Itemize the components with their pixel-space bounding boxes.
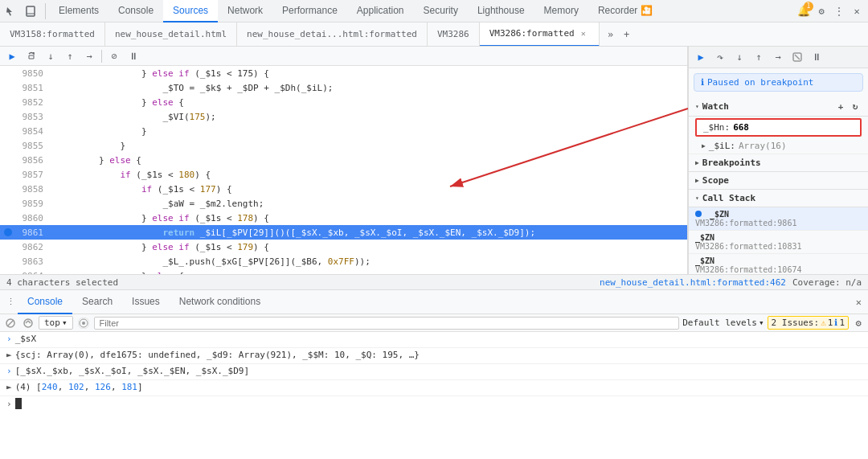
code-line: 9858 if (_$1s < 177) { [0, 182, 687, 196]
step-into-btn[interactable]: ↓ [731, 48, 748, 66]
step-over-button[interactable] [23, 47, 40, 65]
file-tab-label: new_house_detail.html [115, 29, 227, 39]
console-filter-input[interactable] [94, 317, 680, 330]
cs-file-location: VM3286:formatted:10831 [695, 242, 862, 251]
watch-item-il[interactable]: ▶ _$iL: Array(16) [689, 138, 868, 154]
settings-icon[interactable]: ⚙ [813, 3, 829, 19]
watch-triangle: ▾ [695, 103, 699, 110]
more-tabs-icon[interactable]: » [603, 27, 619, 43]
deactivate-btn[interactable] [788, 48, 806, 66]
resume-button[interactable]: ▶ [3, 47, 21, 65]
file-location-link[interactable]: new_house_detail.html:formatted:462 [600, 277, 786, 288]
tab-network[interactable]: Network [218, 0, 272, 23]
file-tab-vm3286[interactable]: VM3286 [428, 23, 480, 47]
call-stack-item[interactable]: _$ZN VM3286:formatted:10831 [689, 231, 868, 254]
console-expand-arrow[interactable]: ► [6, 350, 12, 360]
issues-badge[interactable]: 2 Issues: ⚠ 1 ℹ 1 [768, 316, 849, 330]
scope-triangle: ▶ [695, 177, 699, 184]
pause-exceptions-button[interactable]: ⏸ [125, 47, 142, 65]
watch-section-header[interactable]: ▾ Watch + ↻ [689, 96, 868, 117]
pause-message: Paused on breakpoint [707, 77, 813, 88]
tab-performance[interactable]: Performance [272, 0, 347, 23]
line-content[interactable]: } [53, 126, 687, 137]
bottom-tab-search[interactable]: Search [72, 290, 122, 314]
step-button[interactable]: → [80, 47, 98, 65]
step-over-btn[interactable]: ↷ [711, 48, 729, 66]
log-levels-icon: ▾ [759, 318, 764, 328]
preserve-log-icon[interactable] [21, 316, 35, 330]
step-btn[interactable]: → [769, 48, 787, 66]
log-levels-dropdown[interactable]: Default levels ▾ [682, 318, 764, 328]
tab-console[interactable]: Console [108, 0, 163, 23]
bottom-tab-network-conditions[interactable]: Network conditions [170, 290, 270, 314]
step-out-btn[interactable]: ↑ [750, 48, 768, 66]
context-selector[interactable]: top ▾ [39, 316, 73, 330]
watch-item-hn[interactable]: _$Hn: 668 [695, 118, 862, 137]
status-bar: 4 characters selected new_house_detail.h… [0, 274, 868, 290]
line-content[interactable]: } else if (_$1s < 179) { [53, 242, 687, 252]
device-icon[interactable] [23, 3, 39, 19]
deactivate-breakpoints-button[interactable]: ⊘ [105, 47, 123, 65]
step-into-button[interactable]: ↓ [42, 47, 59, 65]
tab-sources[interactable]: Sources [163, 0, 218, 23]
bottom-tab-issues[interactable]: Issues [122, 290, 170, 314]
show-network-icon[interactable] [76, 316, 91, 330]
clear-console-icon[interactable] [3, 316, 18, 330]
line-content[interactable]: _$TO = _$k$ + _$DP + _$Dh(_$iL); [53, 83, 687, 93]
issues-label: 2 Issues: [772, 318, 820, 328]
svg-line-3 [795, 55, 800, 59]
line-content[interactable]: } else { [53, 155, 687, 166]
line-content[interactable]: if (_$1s < 177) { [53, 184, 687, 195]
line-content[interactable]: } else if (_$1s < 178) { [53, 213, 687, 223]
line-content[interactable]: _$L_.push(_$xG[_$PV[26]](_$B6, 0x7FF)); [53, 256, 687, 267]
add-watch-icon[interactable]: + [834, 100, 847, 113]
line-content[interactable]: return _$iL[_$PV[29]]()([_$sX._$xb, _$sX… [53, 227, 687, 238]
bottom-panel-close[interactable]: ✕ [853, 293, 865, 311]
file-tab-vm3158[interactable]: VM3158:formatted [0, 23, 105, 47]
tab-lighthouse[interactable]: Lighthouse [468, 0, 534, 23]
file-tab-close[interactable]: ✕ [578, 28, 589, 39]
refresh-watch-icon[interactable]: ↻ [849, 100, 862, 113]
console-expand-arrow[interactable]: ► [6, 382, 12, 392]
file-tab-vm3286-formatted[interactable]: VM3286:formatted ✕ [480, 23, 600, 47]
notification-icon[interactable]: 🔔 1 [796, 3, 812, 19]
line-content[interactable]: } else if (_$1s < 175) { [53, 68, 687, 79]
resume-btn[interactable]: ▶ [692, 48, 710, 66]
line-content[interactable]: _$VI(175); [53, 112, 687, 122]
line-content[interactable]: _$aW = _$m2.length; [53, 199, 687, 209]
console-line: ► (4) [240, 102, 126, 181] [0, 380, 868, 396]
code-line: 9857 if (_$1s < 180) { [0, 167, 687, 182]
tab-security[interactable]: Security [414, 0, 468, 23]
line-content[interactable]: } else { [53, 97, 687, 108]
line-content[interactable]: } [53, 141, 687, 151]
call-stack-item[interactable]: _$ZN VM3286:formatted:10674 [689, 254, 868, 274]
context-dropdown-icon: ▾ [62, 318, 68, 328]
call-stack-item[interactable]: _$ZN VM3286:formatted:9861 [689, 207, 868, 231]
toolbar-right-icons: 🔔 1 ⚙ ⋮ ✕ [796, 3, 865, 19]
pause-exceptions-btn[interactable]: ⏸ [808, 48, 825, 66]
call-stack-section-header[interactable]: ▾ Call Stack [689, 190, 868, 207]
inspect-icon[interactable] [3, 3, 19, 19]
close-icon[interactable]: ✕ [849, 3, 865, 19]
tab-application[interactable]: Application [347, 0, 414, 23]
step-out-button[interactable]: ↑ [61, 47, 79, 65]
breakpoints-section-header[interactable]: ▶ Breakpoints [689, 154, 868, 172]
tab-memory[interactable]: Memory [534, 0, 588, 23]
more-icon[interactable]: ⋮ [831, 3, 847, 19]
line-content[interactable]: if (_$1s < 180) { [53, 170, 687, 180]
bottom-more-icon[interactable]: ⋮ [3, 295, 18, 309]
main-toolbar: Elements Console Sources Network Perform… [0, 0, 868, 23]
file-tab-new-house[interactable]: new_house_detail.html [105, 23, 237, 47]
add-tab-icon[interactable]: + [619, 27, 635, 43]
tab-elements[interactable]: Elements [49, 0, 108, 23]
code-editor[interactable]: ▶ ↓ ↑ → ⊘ ⏸ 9850 } else if (_$1s < 175) … [0, 47, 688, 274]
line-content[interactable]: } else { [53, 271, 687, 275]
code-line: 9860 } else if (_$1s < 178) { [0, 211, 687, 225]
tab-recorder[interactable]: Recorder 🎦 [588, 0, 662, 23]
call-stack-triangle: ▾ [695, 195, 699, 202]
file-tab-new-house-formatted[interactable]: new_house_detai...html:formatted [237, 23, 428, 47]
scope-section-header[interactable]: ▶ Scope [689, 172, 868, 190]
console-settings-icon[interactable]: ⚙ [852, 317, 865, 330]
watch-expand-icon[interactable]: ▶ [702, 142, 706, 150]
bottom-tab-console[interactable]: Console [18, 290, 72, 314]
